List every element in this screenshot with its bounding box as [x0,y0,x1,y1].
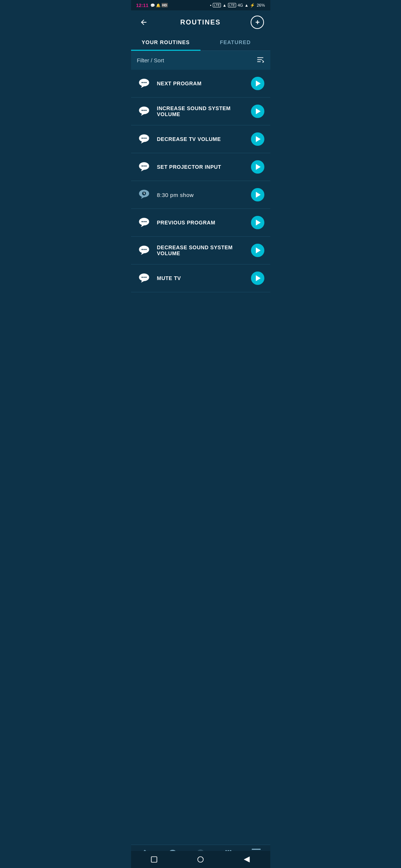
routine-name: DECREASE TV VOLUME [157,136,251,142]
signal-lte1: LTE [213,3,221,7]
play-triangle-icon [256,192,261,198]
svg-point-31 [141,221,143,222]
routine-item[interactable]: PREVIOUS PROGRAM [131,209,270,237]
svg-point-22 [145,165,146,167]
svg-point-6 [143,82,144,83]
routine-name: NEXT PROGRAM [157,80,251,86]
battery-icon: ⚡ [250,3,255,8]
top-bar: ROUTINES + [131,10,270,34]
signal-lte2: LTE [228,3,236,7]
back-button[interactable] [137,16,150,29]
routine-item[interactable]: INCREASE SOUND SYSTEM VOLUME [131,98,270,125]
routine-icon-chat [137,243,151,257]
status-bar: 12:11 💬 🔔 HD • LTE ▲ LTE 4G ▲ ⚡ 26% [131,0,270,10]
filter-label: Filter / Sort [137,57,164,63]
play-button[interactable] [251,244,264,257]
svg-point-21 [143,165,144,167]
routine-item[interactable]: MUTE TV [131,264,270,292]
signal-4g: 4G [238,3,243,7]
play-button[interactable] [251,272,264,285]
routine-name: INCREASE SOUND SYSTEM VOLUME [157,105,251,117]
tabs-container: YOUR ROUTINES FEATURED [131,34,270,51]
play-button[interactable] [251,188,264,201]
routine-name: DECREASE SOUND SYSTEM VOLUME [157,244,251,256]
svg-point-7 [145,82,146,83]
play-button[interactable] [251,77,264,90]
svg-point-16 [143,138,144,139]
routines-list: NEXT PROGRAM INCREASE SOUND SYSTEM VOLUM… [131,70,270,292]
routine-name: PREVIOUS PROGRAM [157,220,251,226]
svg-point-5 [141,82,143,83]
status-left: 12:11 💬 🔔 HD [136,3,168,8]
play-triangle-icon [256,220,261,226]
svg-point-28 [143,193,144,194]
routine-icon-chat [137,104,151,118]
svg-point-11 [143,110,144,111]
battery-percent: 26% [257,3,265,7]
sort-icon[interactable] [256,56,264,65]
routine-item[interactable]: DECREASE SOUND SYSTEM VOLUME [131,237,270,264]
time-display: 12:11 [136,3,149,8]
play-button[interactable] [251,216,264,229]
svg-point-37 [143,249,144,250]
play-button[interactable] [251,132,264,146]
svg-point-38 [145,249,146,250]
whatsapp-icon: 💬 [150,3,155,7]
routine-name: MUTE TV [157,275,251,281]
routine-icon-chat [137,132,151,146]
routine-name: SET PROJECTOR INPUT [157,164,251,170]
routine-icon-schedule [137,188,151,202]
notification-icon: 🔔 [156,3,160,7]
signal-bars1: ▲ [222,3,226,7]
routine-name: 8:30 pm show [157,192,251,198]
svg-point-33 [145,221,146,222]
routine-item[interactable]: NEXT PROGRAM [131,70,270,98]
hd-badge: HD [162,3,168,7]
svg-point-36 [141,249,143,250]
play-button[interactable] [251,105,264,118]
filter-bar[interactable]: Filter / Sort [131,51,270,70]
signal-bars2: ▲ [245,3,249,7]
routine-icon-chat [137,271,151,285]
routine-icon-chat [137,216,151,230]
routine-item[interactable]: DECREASE TV VOLUME [131,125,270,153]
play-triangle-icon [256,80,261,86]
svg-point-42 [143,277,144,278]
play-button[interactable] [251,160,264,174]
play-triangle-icon [256,275,261,281]
svg-point-20 [141,165,143,167]
svg-point-17 [145,138,146,139]
svg-point-32 [143,221,144,222]
routine-item[interactable]: 8:30 pm show [131,181,270,209]
play-triangle-icon [256,164,261,170]
svg-point-12 [145,110,146,111]
tab-your-routines[interactable]: YOUR ROUTINES [131,34,201,50]
status-right: • LTE ▲ LTE 4G ▲ ⚡ 26% [210,3,265,8]
status-icons: 💬 🔔 HD [150,3,168,7]
svg-point-10 [141,110,143,111]
routine-icon-chat [137,76,151,91]
dot-indicator: • [210,3,211,7]
svg-point-41 [141,277,143,278]
tab-featured[interactable]: FEATURED [200,34,270,50]
play-triangle-icon [256,108,261,114]
play-triangle-icon [256,136,261,142]
routine-icon-chat [137,160,151,174]
svg-point-43 [145,277,146,278]
page-title: ROUTINES [180,19,221,26]
add-routine-button[interactable]: + [251,16,264,29]
svg-point-15 [141,138,143,139]
routine-item[interactable]: SET PROJECTOR INPUT [131,153,270,181]
play-triangle-icon [256,247,261,253]
